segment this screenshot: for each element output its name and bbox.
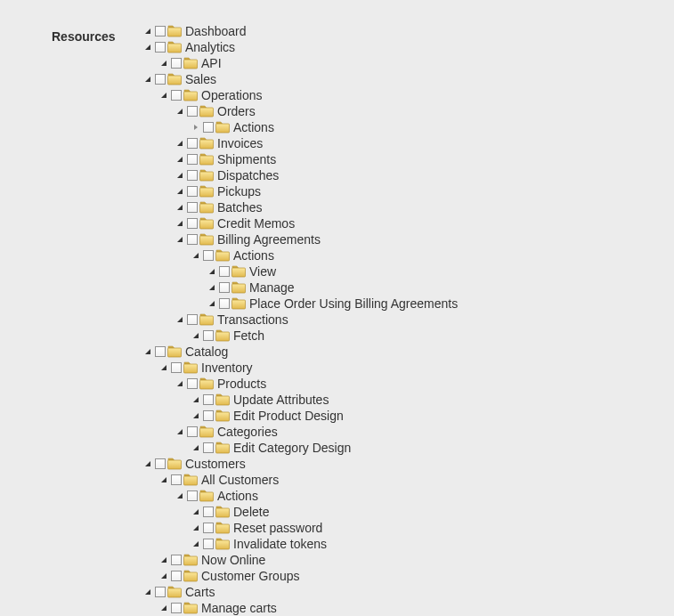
tree-row[interactable]: Place Order Using Billing Agreements: [207, 296, 458, 312]
tree-node-label[interactable]: Categories: [217, 424, 278, 440]
tree-node-label[interactable]: View: [249, 263, 276, 280]
expand-toggle-icon[interactable]: [158, 58, 169, 69]
tree-node-label[interactable]: Operations: [201, 87, 262, 103]
expand-toggle-icon[interactable]: [158, 474, 169, 485]
tree-row[interactable]: Transactions: [175, 312, 458, 328]
tree-row[interactable]: Invoices: [175, 135, 458, 151]
tree-row[interactable]: Delete: [191, 504, 458, 520]
node-checkbox[interactable]: [171, 362, 182, 373]
tree-row[interactable]: Manage: [207, 280, 458, 296]
tree-node-label[interactable]: All Customers: [201, 472, 279, 488]
node-checkbox[interactable]: [203, 410, 214, 421]
node-checkbox[interactable]: [187, 426, 198, 437]
tree-node-label[interactable]: Now Online: [201, 552, 265, 568]
node-checkbox[interactable]: [187, 186, 198, 197]
node-checkbox[interactable]: [187, 138, 198, 149]
tree-row[interactable]: Credit Memos: [175, 215, 458, 231]
tree-row[interactable]: Catalog: [142, 344, 458, 360]
tree-node-label[interactable]: Customer Groups: [201, 568, 299, 584]
tree-node-label[interactable]: Analytics: [185, 39, 235, 55]
node-checkbox[interactable]: [155, 587, 166, 597]
tree-node-label[interactable]: Place Order Using Billing Agreements: [249, 296, 458, 312]
tree-row[interactable]: Actions: [191, 247, 458, 263]
tree-row[interactable]: Batches: [175, 199, 458, 215]
node-checkbox[interactable]: [155, 42, 166, 53]
tree-node-label[interactable]: Dashboard: [185, 23, 247, 39]
expand-toggle-icon[interactable]: [175, 234, 185, 245]
tree-node-label[interactable]: API: [201, 55, 222, 71]
expand-toggle-icon[interactable]: [191, 442, 201, 453]
tree-node-label[interactable]: Invalidate tokens: [233, 536, 327, 552]
tree-row[interactable]: Sales: [142, 71, 458, 87]
node-checkbox[interactable]: [187, 378, 198, 389]
tree-node-label[interactable]: Catalog: [185, 344, 228, 360]
tree-row[interactable]: Shipments: [175, 151, 458, 167]
tree-node-label[interactable]: Customers: [185, 456, 246, 472]
tree-row[interactable]: Actions: [175, 488, 458, 504]
expand-toggle-icon[interactable]: [175, 426, 185, 437]
tree-node-label[interactable]: Edit Category Design: [233, 440, 351, 456]
tree-row[interactable]: Billing Agreements: [175, 231, 458, 247]
tree-node-label[interactable]: Edit Product Design: [233, 408, 344, 424]
node-checkbox[interactable]: [219, 298, 230, 309]
tree-row[interactable]: Actions: [191, 119, 458, 135]
tree-row[interactable]: Edit Category Design: [191, 440, 458, 456]
expand-toggle-icon[interactable]: [175, 202, 185, 213]
tree-node-label[interactable]: Dispatches: [217, 167, 279, 183]
expand-toggle-icon[interactable]: [142, 458, 153, 469]
expand-toggle-icon[interactable]: [142, 42, 153, 53]
tree-node-label[interactable]: Transactions: [217, 312, 288, 328]
node-checkbox[interactable]: [187, 490, 198, 501]
tree-row[interactable]: Manage carts: [158, 600, 458, 616]
tree-node-label[interactable]: Manage carts: [201, 600, 277, 616]
tree-node-label[interactable]: Reset password: [233, 520, 322, 536]
expand-toggle-icon[interactable]: [175, 490, 185, 501]
node-checkbox[interactable]: [203, 523, 214, 533]
node-checkbox[interactable]: [187, 170, 198, 181]
node-checkbox[interactable]: [171, 555, 182, 565]
tree-node-label[interactable]: Pickups: [217, 183, 261, 199]
expand-toggle-icon[interactable]: [142, 587, 153, 597]
node-checkbox[interactable]: [187, 106, 198, 117]
tree-node-label[interactable]: Fetch: [233, 328, 264, 344]
tree-row[interactable]: Operations: [158, 87, 458, 103]
expand-toggle-icon[interactable]: [191, 250, 201, 261]
node-checkbox[interactable]: [171, 571, 182, 581]
expand-toggle-icon[interactable]: [191, 330, 201, 341]
tree-node-label[interactable]: Actions: [233, 247, 274, 263]
tree-node-label[interactable]: Products: [217, 376, 266, 392]
node-checkbox[interactable]: [203, 394, 214, 405]
tree-node-label[interactable]: Sales: [185, 71, 216, 87]
expand-toggle-icon[interactable]: [175, 106, 185, 117]
node-checkbox[interactable]: [187, 218, 198, 229]
node-checkbox[interactable]: [187, 154, 198, 165]
expand-toggle-icon[interactable]: [142, 26, 153, 36]
tree-node-label[interactable]: Update Attributes: [233, 392, 329, 408]
tree-node-label[interactable]: Inventory: [201, 360, 253, 376]
tree-node-label[interactable]: Shipments: [217, 151, 276, 167]
node-checkbox[interactable]: [155, 458, 166, 469]
node-checkbox[interactable]: [219, 266, 230, 277]
node-checkbox[interactable]: [203, 442, 214, 453]
node-checkbox[interactable]: [203, 539, 214, 549]
tree-node-label[interactable]: Billing Agreements: [217, 231, 321, 247]
node-checkbox[interactable]: [203, 122, 214, 133]
tree-node-label[interactable]: Invoices: [217, 135, 263, 151]
tree-row[interactable]: Dashboard: [142, 23, 458, 39]
tree-row[interactable]: Customers: [142, 456, 458, 472]
node-checkbox[interactable]: [203, 507, 214, 517]
tree-row[interactable]: Orders: [175, 103, 458, 119]
expand-toggle-icon[interactable]: [175, 378, 185, 389]
tree-row[interactable]: Dispatches: [175, 167, 458, 183]
node-checkbox[interactable]: [155, 346, 166, 357]
expand-toggle-icon[interactable]: [191, 507, 201, 517]
tree-row[interactable]: Invalidate tokens: [191, 536, 458, 552]
expand-toggle-icon[interactable]: [207, 266, 217, 277]
node-checkbox[interactable]: [171, 90, 182, 101]
expand-toggle-icon[interactable]: [191, 539, 201, 549]
expand-toggle-icon[interactable]: [191, 410, 201, 421]
tree-node-label[interactable]: Credit Memos: [217, 215, 295, 231]
tree-node-label[interactable]: Carts: [185, 584, 215, 600]
tree-row[interactable]: Inventory: [158, 360, 458, 376]
node-checkbox[interactable]: [219, 282, 230, 293]
